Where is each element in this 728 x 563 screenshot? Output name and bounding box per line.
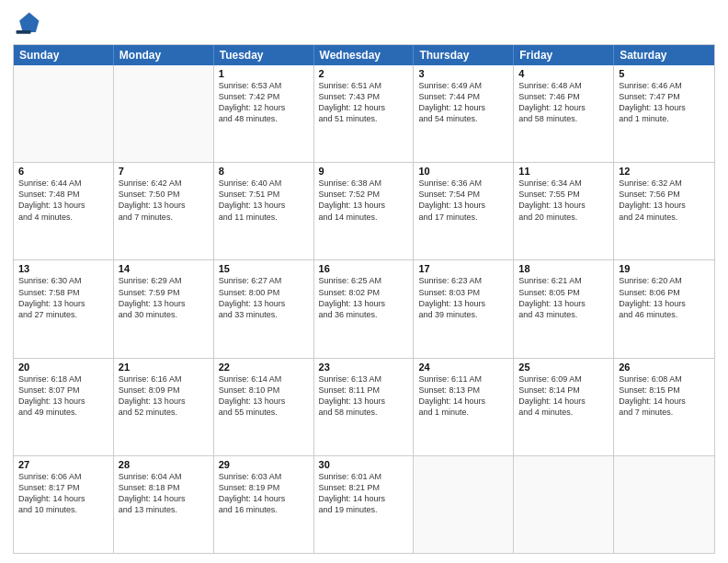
cell-line: and 16 minutes.: [219, 504, 309, 515]
cell-line: Sunrise: 6:40 AM: [219, 178, 309, 189]
day-number: 28: [119, 459, 209, 470]
header-day-saturday: Saturday: [614, 45, 714, 65]
cell-line: Sunset: 8:10 PM: [219, 385, 309, 396]
cell-line: and 49 minutes.: [18, 407, 108, 418]
cell-line: Sunset: 7:50 PM: [119, 189, 209, 200]
day-number: 13: [18, 263, 108, 274]
cell-line: Sunrise: 6:51 AM: [319, 80, 409, 91]
cell-line: Sunset: 8:13 PM: [418, 385, 508, 396]
day-number: 25: [518, 362, 609, 373]
cell-line: Sunrise: 6:03 AM: [219, 471, 309, 482]
cell-line: and 24 minutes.: [619, 212, 710, 223]
day-cell-18: 18Sunrise: 6:21 AMSunset: 8:05 PMDayligh…: [514, 260, 614, 357]
cell-line: Sunrise: 6:09 AM: [518, 373, 609, 385]
calendar: SundayMondayTuesdayWednesdayThursdayFrid…: [13, 44, 715, 554]
cell-line: Daylight: 13 hours: [518, 298, 609, 309]
day-number: 3: [418, 68, 508, 79]
header-day-friday: Friday: [514, 45, 614, 65]
day-cell-27: 27Sunrise: 6:06 AMSunset: 8:17 PMDayligh…: [14, 456, 114, 553]
cell-line: Sunset: 7:58 PM: [18, 287, 108, 298]
day-cell-5: 5Sunrise: 6:46 AMSunset: 7:47 PMDaylight…: [614, 65, 714, 162]
cell-line: Sunrise: 6:16 AM: [119, 373, 209, 385]
day-cell-12: 12Sunrise: 6:32 AMSunset: 7:56 PMDayligh…: [614, 163, 714, 259]
day-number: 16: [319, 263, 409, 274]
cell-line: and 17 minutes.: [418, 212, 508, 223]
day-number: 29: [219, 459, 309, 470]
cell-line: Daylight: 13 hours: [18, 298, 108, 309]
cell-line: and 54 minutes.: [418, 113, 508, 124]
day-number: 19: [619, 263, 710, 274]
day-number: 7: [119, 166, 209, 177]
header-day-tuesday: Tuesday: [214, 45, 314, 65]
cell-line: and 39 minutes.: [418, 309, 508, 320]
day-cell-30: 30Sunrise: 6:01 AMSunset: 8:21 PMDayligh…: [314, 456, 415, 553]
day-number: 5: [619, 68, 710, 79]
cell-line: and 52 minutes.: [119, 407, 209, 418]
cell-line: Daylight: 13 hours: [219, 396, 309, 407]
header-day-thursday: Thursday: [414, 45, 514, 65]
empty-cell: [114, 65, 214, 162]
day-number: 15: [219, 263, 309, 274]
cell-line: Daylight: 13 hours: [619, 298, 710, 309]
day-cell-25: 25Sunrise: 6:09 AMSunset: 8:14 PMDayligh…: [514, 359, 614, 455]
cell-line: and 51 minutes.: [319, 113, 409, 124]
week-row-3: 20Sunrise: 6:18 AMSunset: 8:07 PMDayligh…: [14, 358, 714, 455]
day-cell-11: 11Sunrise: 6:34 AMSunset: 7:55 PMDayligh…: [514, 163, 614, 259]
cell-line: Sunrise: 6:06 AM: [18, 471, 108, 482]
cell-line: Daylight: 14 hours: [219, 493, 309, 504]
cell-line: Sunrise: 6:48 AM: [518, 80, 609, 91]
day-cell-13: 13Sunrise: 6:30 AMSunset: 7:58 PMDayligh…: [14, 260, 114, 357]
cell-line: Daylight: 13 hours: [418, 298, 508, 309]
day-number: 30: [319, 459, 409, 470]
day-number: 24: [418, 362, 508, 373]
day-number: 8: [219, 166, 309, 177]
day-number: 1: [219, 68, 309, 79]
cell-line: Sunset: 8:06 PM: [619, 287, 710, 298]
day-cell-10: 10Sunrise: 6:36 AMSunset: 7:54 PMDayligh…: [414, 163, 514, 259]
day-cell-3: 3Sunrise: 6:49 AMSunset: 7:44 PMDaylight…: [414, 65, 514, 162]
empty-cell: [414, 456, 514, 553]
cell-line: and 4 minutes.: [518, 407, 609, 418]
cell-line: Sunrise: 6:21 AM: [518, 275, 609, 286]
day-number: 14: [119, 263, 209, 274]
day-number: 20: [18, 362, 108, 373]
day-cell-22: 22Sunrise: 6:14 AMSunset: 8:10 PMDayligh…: [214, 359, 314, 455]
cell-line: and 36 minutes.: [319, 309, 409, 320]
empty-cell: [14, 65, 114, 162]
cell-line: Daylight: 13 hours: [319, 396, 409, 407]
cell-line: Sunset: 8:00 PM: [219, 287, 309, 298]
cell-line: and 13 minutes.: [119, 504, 209, 515]
cell-line: and 30 minutes.: [119, 309, 209, 320]
day-cell-20: 20Sunrise: 6:18 AMSunset: 8:07 PMDayligh…: [14, 359, 114, 455]
header: [13, 9, 715, 39]
cell-line: Daylight: 13 hours: [319, 200, 409, 211]
cell-line: Sunset: 7:44 PM: [418, 91, 508, 102]
day-cell-4: 4Sunrise: 6:48 AMSunset: 7:46 PMDaylight…: [514, 65, 614, 162]
day-number: 27: [18, 459, 108, 470]
cell-line: Sunset: 7:46 PM: [518, 91, 609, 102]
cell-line: Daylight: 13 hours: [219, 200, 309, 211]
cell-line: Daylight: 13 hours: [119, 396, 209, 407]
cell-line: Sunset: 7:59 PM: [119, 287, 209, 298]
cell-line: Daylight: 14 hours: [319, 493, 409, 504]
cell-line: Sunrise: 6:18 AM: [18, 373, 108, 385]
calendar-body: 1Sunrise: 6:53 AMSunset: 7:42 PMDaylight…: [14, 65, 714, 553]
day-cell-23: 23Sunrise: 6:13 AMSunset: 8:11 PMDayligh…: [314, 359, 415, 455]
day-cell-2: 2Sunrise: 6:51 AMSunset: 7:43 PMDaylight…: [314, 65, 415, 162]
cell-line: Sunrise: 6:25 AM: [319, 275, 409, 286]
cell-line: Daylight: 13 hours: [119, 200, 209, 211]
cell-line: Sunset: 8:05 PM: [518, 287, 609, 298]
day-number: 23: [319, 362, 409, 373]
header-day-monday: Monday: [114, 45, 214, 65]
logo-icon: [13, 9, 42, 39]
cell-line: Daylight: 14 hours: [119, 493, 209, 504]
empty-cell: [514, 456, 614, 553]
cell-line: Sunset: 7:47 PM: [619, 91, 710, 102]
cell-line: Sunset: 7:55 PM: [518, 189, 609, 200]
calendar-header: SundayMondayTuesdayWednesdayThursdayFrid…: [14, 45, 714, 65]
day-number: 17: [418, 263, 508, 274]
day-cell-24: 24Sunrise: 6:11 AMSunset: 8:13 PMDayligh…: [414, 359, 514, 455]
cell-line: Sunrise: 6:30 AM: [18, 275, 108, 286]
cell-line: Sunrise: 6:36 AM: [418, 178, 508, 189]
day-cell-17: 17Sunrise: 6:23 AMSunset: 8:03 PMDayligh…: [414, 260, 514, 357]
